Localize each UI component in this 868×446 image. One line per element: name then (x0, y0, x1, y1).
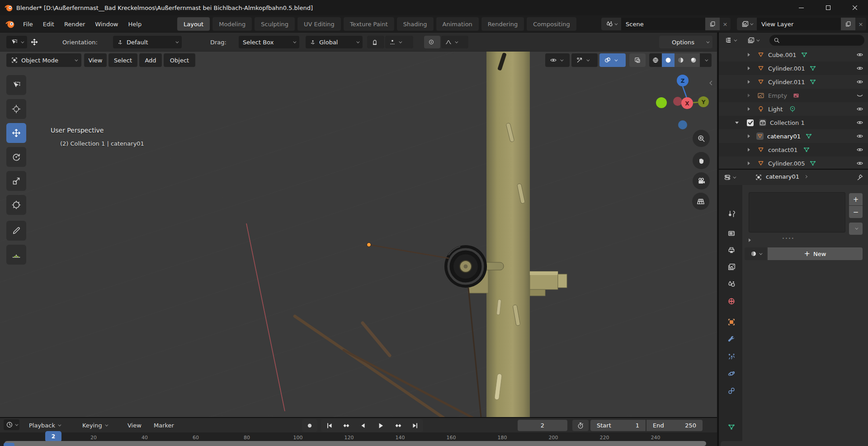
proportional-edit-toggle[interactable] (424, 36, 440, 48)
hide-eye-icon[interactable] (856, 51, 863, 58)
menu-window[interactable]: Window (90, 15, 123, 33)
outliner-row-empty[interactable]: Empty (719, 89, 868, 102)
tab-compositing[interactable]: Compositing (527, 17, 576, 31)
hide-eye-icon[interactable] (856, 65, 863, 72)
play-reverse-button[interactable] (354, 419, 371, 432)
tab-particles[interactable] (721, 348, 742, 365)
viewport-menu-add[interactable]: Add (139, 53, 162, 67)
object-name[interactable]: Cylinder.001 (768, 65, 805, 72)
jump-to-start-button[interactable] (321, 419, 338, 432)
tab-world[interactable] (721, 293, 742, 309)
object-name[interactable]: catenary01 (767, 133, 801, 140)
hide-eye-icon[interactable] (856, 146, 863, 153)
tweak-gizmo-icon[interactable] (31, 38, 38, 47)
add-slot-button[interactable]: + (849, 193, 863, 205)
transform-space-dropdown[interactable]: Global (306, 36, 363, 48)
object-name[interactable]: Cylinder.011 (768, 79, 805, 85)
close-button[interactable] (841, 0, 868, 15)
outliner-row-cube001[interactable]: Cube.001 (719, 48, 868, 62)
tab-material[interactable] (721, 441, 742, 446)
viewport-3d[interactable]: Object Mode View Select Add Object User … (0, 52, 717, 417)
auto-keyframe-record-button[interactable] (302, 419, 317, 432)
pin-icon[interactable] (856, 174, 863, 181)
menu-render[interactable]: Render (59, 15, 90, 33)
viewport-menu-object[interactable]: Object (164, 53, 195, 67)
overlays-toggle[interactable] (599, 53, 626, 67)
outliner-row-cylinder011[interactable]: Cylinder.011 (719, 75, 868, 89)
collection-checkbox[interactable] (747, 119, 754, 126)
active-tool-selector[interactable] (6, 36, 27, 48)
blender-menu-logo-icon[interactable] (5, 19, 14, 28)
shading-wireframe-button[interactable] (649, 53, 662, 67)
new-material-button[interactable]: + New (768, 247, 863, 260)
tab-object[interactable] (721, 314, 742, 330)
object-visibility-dropdown[interactable] (545, 53, 570, 67)
gizmos-dropdown[interactable] (571, 53, 598, 67)
new-scene-button[interactable] (705, 18, 720, 30)
outliner-row-collection1[interactable]: Collection 1 (719, 116, 868, 129)
current-frame-field[interactable]: 2 (518, 420, 567, 431)
tab-constraints[interactable] (721, 383, 742, 399)
jump-to-end-button[interactable] (406, 419, 423, 432)
tab-layout[interactable]: Layout (177, 17, 210, 31)
object-name[interactable]: Cylinder.005 (768, 160, 805, 167)
material-slot-list[interactable] (749, 192, 845, 232)
xray-toggle[interactable] (629, 53, 646, 67)
hide-eye-icon[interactable] (856, 160, 863, 167)
camera-view-button[interactable] (693, 172, 710, 190)
tool-scale[interactable] (6, 171, 26, 191)
tool-move[interactable] (6, 123, 26, 143)
timeline-scrollbar[interactable] (5, 441, 706, 446)
hide-eye-icon[interactable] (856, 78, 863, 85)
disclosure-icon[interactable] (748, 53, 750, 57)
snap-mode-dropdown[interactable] (385, 36, 413, 48)
shading-solid-button[interactable] (662, 53, 675, 67)
browse-material-button[interactable] (745, 247, 767, 260)
tab-render[interactable] (721, 225, 742, 242)
tab-output[interactable] (721, 242, 742, 258)
hide-eye-icon[interactable] (856, 133, 863, 140)
tool-select-box[interactable] (6, 75, 26, 95)
use-preview-range-button[interactable] (572, 420, 589, 431)
new-view-layer-button[interactable] (841, 18, 855, 30)
timeline-menu-playback[interactable]: Playback (29, 418, 60, 432)
viewport-menu-view[interactable]: View (84, 53, 107, 67)
snap-toggle[interactable] (367, 36, 384, 48)
maximize-button[interactable] (815, 0, 841, 15)
falloff-dropdown[interactable] (441, 36, 468, 48)
tab-view-layer[interactable] (721, 259, 742, 275)
playhead[interactable]: 2 (45, 431, 61, 442)
menu-edit[interactable]: Edit (38, 15, 59, 33)
tool-cursor[interactable] (6, 99, 26, 119)
viewport-menu-select[interactable]: Select (108, 53, 137, 67)
shading-options-dropdown[interactable] (700, 53, 712, 67)
tab-texture-paint[interactable]: Texture Paint (344, 17, 394, 31)
outliner-row-clipped[interactable]: Cylinder.005 (719, 157, 868, 169)
panel-drag-grip[interactable]: ···· (782, 235, 795, 242)
disclosure-down-icon[interactable] (735, 122, 739, 124)
menu-file[interactable]: File (18, 15, 38, 33)
object-name[interactable]: contact01 (768, 147, 797, 153)
drag-dropdown[interactable]: Select Box (239, 36, 299, 48)
disclosure-icon[interactable] (748, 134, 750, 138)
view-layer-browse-button[interactable] (737, 18, 757, 30)
panel-expand-arrow[interactable] (749, 238, 751, 242)
collection-name[interactable]: Collection 1 (770, 119, 805, 126)
hide-eye-closed-icon[interactable] (856, 92, 863, 99)
disclosure-icon[interactable] (748, 80, 750, 84)
options-dropdown[interactable]: Options (659, 36, 712, 48)
next-keyframe-button[interactable] (390, 419, 406, 432)
prev-keyframe-button[interactable] (338, 419, 354, 432)
disclosure-icon[interactable] (748, 66, 750, 70)
disclosure-icon[interactable] (748, 148, 750, 152)
minimize-button[interactable] (788, 0, 815, 15)
properties-editor-type[interactable] (722, 172, 737, 183)
orientation-dropdown[interactable]: Default (113, 36, 182, 48)
outliner-row-light[interactable]: Light (719, 102, 868, 116)
mode-dropdown[interactable]: Object Mode (6, 53, 81, 67)
outliner-search-input[interactable] (769, 35, 864, 46)
tool-annotate[interactable] (6, 221, 26, 241)
tab-uv-editing[interactable]: UV Editing (297, 17, 341, 31)
slot-specials-dropdown[interactable] (849, 223, 863, 235)
remove-slot-button[interactable]: − (849, 206, 863, 218)
